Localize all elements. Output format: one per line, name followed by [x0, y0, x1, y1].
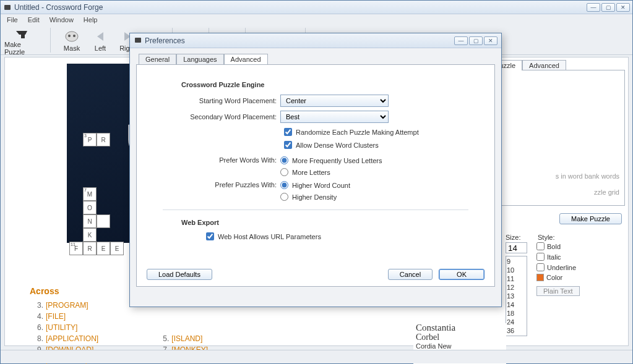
size-label: Size: [506, 234, 520, 241]
style-label: Style: [538, 234, 555, 241]
size-option[interactable]: 12 [507, 283, 526, 292]
dialog-body: Crossword Puzzle Engine Starting Word Pl… [136, 64, 495, 287]
menu-window[interactable]: Window [46, 15, 77, 24]
minimize-button[interactable]: — [587, 3, 600, 12]
svg-rect-11 [135, 38, 141, 43]
anvil-icon [15, 25, 31, 41]
style-options: Bold Italic Underline Color Plain Text [536, 242, 580, 296]
right-panel: Puzzle Advanced s in word bank words zzl… [504, 57, 628, 345]
tab-advanced-dlg[interactable]: Advanced [224, 54, 268, 65]
size-option[interactable]: 9 [507, 257, 526, 266]
italic-checkbox[interactable]: Italic [536, 253, 580, 261]
dense-checkbox[interactable] [284, 141, 292, 149]
puzzle-cell[interactable]: O [83, 201, 97, 214]
tab-languages[interactable]: Languages [176, 54, 223, 65]
maximize-button[interactable]: ▢ [601, 3, 615, 12]
puzzle-cell[interactable]: E [97, 242, 110, 255]
dialog-maximize-button[interactable]: ▢ [469, 36, 483, 45]
size-option[interactable]: 11 [507, 274, 526, 283]
svg-point-2 [68, 35, 71, 37]
size-option[interactable]: 14 [507, 300, 526, 309]
secondary-placement-label: Secondary Word Placement: [150, 113, 280, 121]
font-panel: Size: Style: Bold Italic Underline Color… [506, 234, 623, 354]
preferences-dialog: Preferences — ▢ ✕ General Languages Adva… [129, 33, 502, 307]
puzzle-cell[interactable]: R [83, 242, 97, 255]
color-checkbox[interactable]: Color [536, 274, 580, 281]
app-icon [3, 3, 12, 12]
dialog-title: Preferences [145, 36, 454, 45]
puzzle-cell[interactable]: K [83, 228, 97, 242]
section-engine: Crossword Puzzle Engine [181, 81, 481, 88]
divider [163, 210, 468, 210]
clue-item[interactable]: 6.[UTILITY] [30, 322, 153, 333]
svg-point-1 [66, 32, 78, 41]
bold-checkbox[interactable]: Bold [536, 242, 580, 250]
statusbar [1, 350, 632, 363]
dialog-close-button[interactable]: ✕ [484, 36, 497, 45]
size-option[interactable]: 18 [507, 309, 526, 318]
puzzle-cell[interactable]: 7M [83, 187, 97, 201]
toolbar-make-puzzle[interactable]: Make Puzzle [4, 25, 41, 56]
tab-advanced[interactable]: Advanced [522, 60, 566, 70]
window-controls: — ▢ ✕ [587, 3, 630, 12]
clue-item[interactable]: 4.[FILE] [30, 311, 153, 322]
puzzle-cell[interactable]: 3P [83, 133, 97, 146]
menubar: File Edit Window Help [1, 14, 632, 25]
menu-file[interactable]: File [3, 15, 22, 24]
dialog-titlebar: Preferences — ▢ ✕ [130, 33, 501, 48]
color-swatch [536, 274, 544, 281]
dialog-buttons: Load Defaults Cancel OK [147, 269, 484, 280]
hint-text: s in word bank words [556, 172, 619, 180]
dialog-minimize-button[interactable]: — [454, 36, 468, 45]
prefer-words-radio2[interactable] [280, 168, 288, 176]
webhost-checkbox[interactable] [206, 232, 214, 240]
starting-placement-select[interactable]: Center [280, 95, 389, 107]
clue-item[interactable]: 5.[ISLAND] [155, 333, 279, 344]
side-content: s in word bank words zzle grid [501, 70, 625, 206]
size-option[interactable]: 36 [507, 326, 526, 335]
font-option[interactable]: Constantia [413, 323, 506, 332]
size-option[interactable]: 10 [507, 266, 526, 274]
font-option[interactable]: Corbel [413, 332, 506, 342]
puzzle-cell[interactable] [97, 214, 110, 228]
clue-item[interactable]: 8.[APPLICATION] [30, 333, 153, 344]
main-titlebar: Untitled - Crossword Forge — ▢ ✕ [1, 1, 632, 14]
svg-rect-0 [4, 5, 11, 10]
prefer-puzzles-radio1[interactable] [280, 181, 288, 189]
toolbar-left[interactable]: Left [89, 28, 111, 52]
toolbar-separator [50, 28, 51, 53]
menu-edit[interactable]: Edit [24, 15, 43, 24]
svg-point-3 [73, 35, 75, 37]
app-icon [134, 36, 142, 46]
size-list[interactable]: 91011121314182436 [506, 256, 527, 336]
toolbar-mask[interactable]: Mask [59, 28, 84, 52]
mask-icon [64, 28, 80, 44]
webhost-label: Web Host Allows URL Parameters [218, 233, 321, 240]
close-button[interactable]: ✕ [616, 3, 630, 12]
make-puzzle-button[interactable]: Make Puzzle [559, 213, 622, 224]
dense-label: Allow Dense Word Clusters [296, 142, 379, 149]
puzzle-cell[interactable]: E [110, 242, 124, 255]
puzzle-cell[interactable]: R [97, 133, 110, 146]
underline-checkbox[interactable]: Underline [536, 263, 580, 271]
secondary-placement-select[interactable]: Best [280, 111, 389, 123]
prefer-puzzles-radio2[interactable] [280, 193, 288, 201]
randomize-checkbox[interactable] [284, 128, 292, 136]
menu-help[interactable]: Help [80, 15, 101, 24]
size-option[interactable]: 24 [507, 318, 526, 326]
arrow-left-icon [92, 28, 108, 44]
size-option[interactable]: 13 [507, 292, 526, 300]
puzzle-cell[interactable]: N [83, 214, 97, 228]
randomize-label: Randomize Each Puzzle Making Attempt [296, 129, 419, 136]
dialog-tabs: General Languages Advanced [139, 53, 501, 64]
prefer-words-radio1[interactable] [280, 156, 288, 164]
load-defaults-button[interactable]: Load Defaults [147, 269, 212, 280]
ok-button[interactable]: OK [439, 269, 484, 280]
size-input[interactable] [506, 242, 527, 253]
tab-general[interactable]: General [139, 54, 176, 65]
plain-text-button[interactable]: Plain Text [536, 286, 580, 296]
hint-text: zzle grid [556, 188, 619, 196]
puzzle-cell[interactable]: 11F [69, 242, 83, 255]
cancel-button[interactable]: Cancel [388, 269, 433, 280]
section-webexport: Web Export [181, 219, 481, 226]
